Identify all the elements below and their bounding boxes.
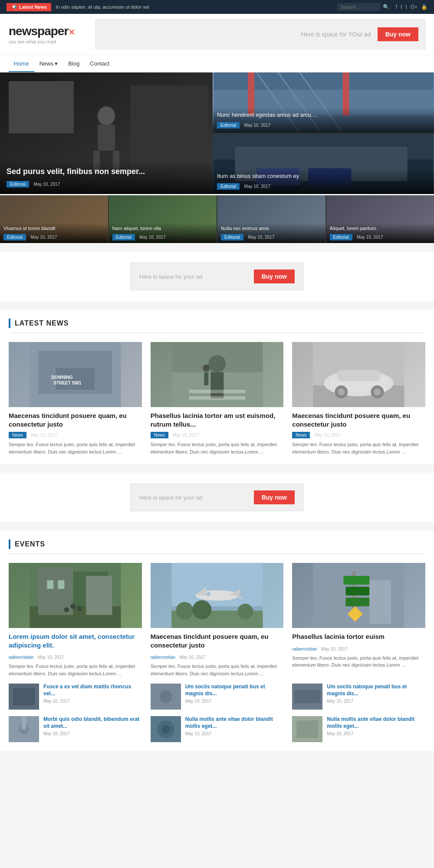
news-card-2[interactable]: Maecenas tincidunt posuere quam, eu cons…: [292, 342, 425, 455]
small-card-3-title: Aliquet, lorem pantum.: [330, 226, 431, 231]
mid-ad-1-inner: Here is space for your ad Buy now: [130, 263, 304, 290]
nav-item-contact[interactable]: Contact: [85, 56, 115, 72]
svg-rect-30: [204, 372, 208, 385]
nav-item-news[interactable]: News ▾: [34, 56, 63, 72]
event-list-item-5[interactable]: Nulla mollis ante vitae dolor blandit mo…: [292, 716, 425, 742]
hero-right-bottom-date: May 10, 2017: [244, 184, 271, 189]
search-input[interactable]: [337, 3, 381, 11]
event-list-3-content: Morbi quis odio blandit, bibendum erat s…: [43, 716, 142, 742]
events-list-row-2: Morbi quis odio blandit, bibendum erat s…: [9, 716, 425, 742]
svg-rect-7: [130, 85, 208, 172]
event-list-0-date: May 10, 2017: [43, 699, 142, 704]
events-cards: Lorem ipsum dolor sit amet, consectetur …: [9, 563, 425, 677]
small-card-3[interactable]: Aliquet, lorem pantum. Editorial May 10,…: [326, 195, 434, 243]
svg-point-51: [64, 607, 69, 612]
event-card-1-excerpt: Semper leo. Fusce lectus justo, porta qu…: [151, 663, 284, 677]
event-list-item-2[interactable]: Um sociis natoque penati bus et magnis d…: [292, 684, 425, 710]
hero-right: Nunc hendrerit egestas amus ad arcu.... …: [213, 72, 434, 194]
hero-right-bottom-badge: Editorial: [217, 183, 240, 190]
event-list-4-title: Nulla mollis ante vitae dolor blandit mo…: [185, 716, 284, 730]
latest-news-badge: 📢 Latest News: [7, 3, 51, 11]
event-card-0[interactable]: Lorem ipsum dolor sit amet, consectetur …: [9, 563, 142, 677]
event-list-3-date: May 10, 2017: [43, 731, 142, 736]
header-buy-now-button[interactable]: Buy now: [378, 27, 418, 41]
hero-main-date: May 10, 2017: [34, 182, 60, 187]
news-card-1-date: May 10, 2017: [173, 433, 199, 437]
event-list-2-date: May 10, 2017: [327, 699, 425, 704]
svg-rect-6: [9, 81, 74, 133]
event-list-0-img: [9, 684, 39, 710]
event-list-2-img: [292, 684, 322, 710]
small-card-2-badge: Editorial: [221, 234, 243, 240]
facebook-icon[interactable]: f: [396, 4, 397, 10]
news-card-0-excerpt: Semper leo. Fusce lectus justo, porta qu…: [9, 441, 142, 455]
news-card-0[interactable]: DOWNING STREET SW1 Maecenas tincidunt po…: [9, 342, 142, 455]
svg-rect-31: [189, 390, 245, 393]
svg-point-29: [203, 365, 210, 372]
googleplus-icon[interactable]: G+: [411, 4, 418, 10]
twitter-icon[interactable]: t: [405, 4, 407, 10]
event-list-item-0[interactable]: Fusce a ex vel diam mattis rhoncus vel..…: [9, 684, 142, 710]
top-bar: 📢 Latest News In odio sapien, at uta, ac…: [0, 0, 434, 14]
event-list-item-1[interactable]: Um sociis natoque penati bus et magnis d…: [151, 684, 284, 710]
latest-news-section: LATEST NEWS DOWNING STREET SW1 Maecenas …: [0, 310, 434, 464]
news-card-1[interactable]: Phasellus lacinia tortor am ust euismod,…: [151, 342, 284, 455]
small-card-2-date: May 10, 2017: [248, 235, 275, 240]
event-card-2-title: Phasellus lacinia tortor euism: [292, 632, 425, 641]
event-list-5-img: [292, 716, 322, 742]
event-card-1-title: Maecenas tincidunt posuere quam, eu cons…: [151, 632, 284, 649]
event-list-4-content: Nulla mollis ante vitae dolor blandit mo…: [185, 716, 284, 742]
mid-ad-1-buy-now-button[interactable]: Buy now: [254, 270, 295, 283]
svg-rect-37: [337, 370, 381, 381]
svg-rect-48: [58, 580, 64, 589]
news-card-2-date: May 10, 2017: [314, 433, 341, 437]
tumblr-icon[interactable]: t: [401, 4, 402, 10]
site-header: newspaper✕ you are what you read Here is…: [0, 14, 434, 55]
event-card-2-excerpt: Semper leo. Fusce lectus justo, porta qu…: [292, 654, 425, 669]
event-list-4-img: [151, 716, 181, 742]
events-section-bar: [9, 539, 10, 549]
event-list-1-content: Um sociis natoque penati bus et magnis d…: [185, 684, 284, 710]
logo[interactable]: newspaper✕: [9, 24, 95, 38]
small-card-0[interactable]: Vivamus id lorem blandit Editorial May 1…: [0, 195, 109, 243]
events-section-title: EVENTS: [15, 540, 45, 548]
svg-point-62: [237, 604, 253, 619]
event-card-1-img: [151, 563, 284, 628]
news-card-2-badge: News: [292, 432, 310, 438]
svg-rect-66: [346, 587, 370, 595]
small-card-2[interactable]: Nulla nec enimus amis Editorial May 10, …: [217, 195, 326, 243]
event-list-2-content: Um sociis natoque penati bus et magnis d…: [327, 684, 425, 710]
search-icon[interactable]: 🔍: [383, 4, 389, 10]
event-card-1[interactable]: Maecenas tincidunt posuere quam, eu cons…: [151, 563, 284, 677]
mid-ad-2-buy-now-button[interactable]: Buy now: [254, 490, 295, 504]
nav-item-blog[interactable]: Blog: [63, 56, 85, 72]
hero-right-top-date: May 10, 2017: [244, 123, 271, 128]
mid-ad-2: Here is space for your ad Buy now: [0, 473, 434, 522]
event-card-0-title: Lorem ipsum dolor sit amet, consectetur …: [9, 632, 142, 649]
svg-rect-79: [22, 716, 26, 729]
mid-ad-2-inner: Here is space for your ad Buy now: [130, 483, 304, 511]
latest-news-title-row: LATEST NEWS: [9, 319, 425, 333]
svg-point-2: [98, 106, 115, 125]
hero-main-image[interactable]: Sed purus velit, finibus non semper... E…: [0, 72, 213, 194]
svg-rect-65: [344, 576, 370, 585]
small-card-2-overlay: Nulla nec enimus amis Editorial May 10, …: [217, 223, 326, 243]
news-card-0-title: Maecenas tincidunt posuere quam, eu cons…: [9, 411, 142, 428]
hero-right-bottom[interactable]: Itum as binus sitam conestum ey Editoria…: [213, 134, 434, 194]
svg-text:DOWNING: DOWNING: [51, 375, 73, 380]
event-list-5-content: Nulla mollis ante vitae dolor blandit mo…: [327, 716, 425, 742]
hero-main-badge: Editorial: [7, 181, 29, 187]
news-card-0-meta: News May 10, 2017: [9, 432, 142, 438]
events-title-row: EVENTS: [9, 539, 425, 554]
event-list-2-title: Um sociis natoque penati bus et magnis d…: [327, 684, 425, 697]
hero-right-top[interactable]: Nunc hendrerit egestas amus ad arcu.... …: [213, 72, 434, 134]
svg-point-74: [159, 690, 172, 703]
small-card-1[interactable]: Nam aliquet, lorem vita Editorial May 10…: [109, 195, 218, 243]
lock-icon[interactable]: 🔒: [421, 4, 427, 10]
event-card-2[interactable]: Phasellus lacinia tortor euism raibercri…: [292, 563, 425, 677]
logo-area: newspaper✕ you are what you read: [9, 24, 95, 44]
event-list-5-date: May 10, 2017: [327, 731, 425, 736]
event-list-item-4[interactable]: Nulla mollis ante vitae dolor blandit mo…: [151, 716, 284, 742]
nav-item-home[interactable]: Home: [9, 56, 34, 72]
event-list-item-3[interactable]: Morbi quis odio blandit, bibendum erat s…: [9, 716, 142, 742]
